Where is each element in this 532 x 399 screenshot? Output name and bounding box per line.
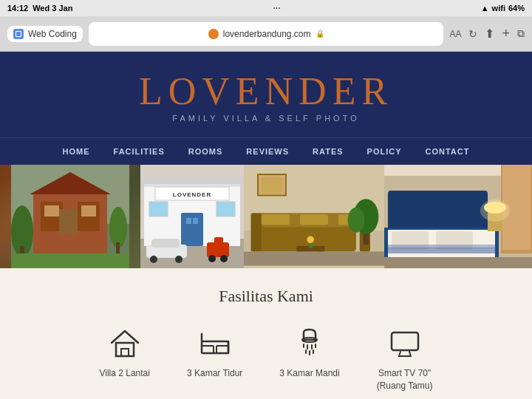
signal-icon: ▲ [481, 4, 489, 13]
photo-villa-exterior [0, 165, 140, 268]
hero-header: LOVENDER Family Villa & Self Photo [0, 52, 532, 137]
svg-point-31 [208, 255, 216, 262]
facility-tv-label: Smart TV 70" (Ruang Tamu) [377, 367, 433, 392]
nav-facilities[interactable]: FACILITIES [102, 138, 177, 165]
nav-reviews[interactable]: REVIEWS [234, 138, 301, 165]
site-logo: LOVENDER [15, 72, 517, 111]
svg-rect-64 [388, 245, 495, 248]
shower-icon [291, 324, 328, 361]
svg-rect-67 [384, 257, 532, 268]
svg-rect-37 [262, 177, 283, 193]
svg-rect-63 [388, 248, 495, 253]
photo-strip: LOVENDER [0, 165, 532, 268]
tabs-button[interactable]: ⧉ [517, 27, 525, 40]
svg-rect-73 [216, 346, 228, 353]
svg-rect-24 [149, 202, 168, 216]
url-bar[interactable]: lovenderbandung.com 🔒 [89, 22, 444, 46]
photo-lovender-sign: LOVENDER [140, 165, 244, 268]
svg-text:LOVENDER: LOVENDER [173, 191, 211, 198]
facility-bedroom-label: 3 Kamar Tidur [187, 367, 242, 380]
facilities-title: Fasilitas Kami [15, 287, 517, 306]
svg-rect-71 [202, 341, 228, 353]
battery-percent: 64% [508, 4, 525, 13]
website-content: LOVENDER Family Villa & Self Photo HOME … [0, 52, 532, 399]
status-left: 14:12 Wed 3 Jan [7, 4, 72, 13]
share-button[interactable]: ⬆ [485, 27, 494, 41]
svg-rect-70 [121, 349, 129, 356]
svg-rect-21 [181, 213, 203, 246]
site-tagline: Family Villa & Self Photo [15, 114, 517, 123]
house-icon [106, 324, 143, 361]
svg-rect-25 [216, 202, 235, 216]
photo-living-room [244, 165, 384, 268]
browser-chrome: Web Coding lovenderbandung.com 🔒 AA ↻ ⬆ … [0, 16, 532, 52]
svg-rect-22 [186, 218, 191, 224]
text-size-button[interactable]: AA [449, 29, 461, 39]
svg-rect-53 [244, 252, 384, 266]
facility-bathroom-label: 3 Kamar Mandi [279, 367, 339, 380]
status-time: 14:12 [7, 4, 28, 13]
bed-icon [197, 324, 233, 361]
svg-point-28 [150, 256, 157, 263]
browser-tab[interactable]: Web Coding [7, 26, 83, 42]
url-text: lovenderbandung.com [223, 29, 311, 39]
svg-rect-6 [44, 205, 59, 216]
svg-rect-43 [300, 214, 328, 225]
svg-rect-72 [202, 346, 214, 353]
status-day: Wed 3 Jan [33, 4, 72, 13]
svg-point-47 [348, 208, 365, 233]
status-bar: 14:12 Wed 3 Jan ··· ▲ wifi 64% [0, 0, 532, 16]
svg-rect-42 [262, 214, 290, 225]
status-right: ▲ wifi 64% [481, 4, 525, 13]
nav-contact[interactable]: CONTACT [414, 138, 482, 165]
svg-rect-7 [81, 205, 96, 216]
svg-point-11 [109, 207, 127, 248]
svg-point-52 [307, 236, 315, 244]
facilities-section: Fasilitas Kami Villa 2 Lantai [0, 268, 532, 399]
facility-bedroom: 3 Kamar Tidur [187, 324, 242, 380]
facilities-grid: Villa 2 Lantai 3 Kamar Tidur [15, 324, 517, 392]
svg-point-29 [175, 256, 183, 263]
svg-rect-33 [214, 237, 223, 245]
svg-rect-40 [251, 213, 262, 251]
lock-icon: 🔒 [316, 30, 324, 38]
browser-actions: AA ↻ ⬆ + ⧉ [449, 26, 525, 41]
nav-rooms[interactable]: ROOMS [177, 138, 235, 165]
add-tab-button[interactable]: + [502, 26, 510, 41]
facility-bathroom: 3 Kamar Mandi [279, 324, 339, 380]
svg-point-68 [480, 200, 510, 222]
photo-bedroom [384, 165, 532, 268]
tab-favicon [13, 29, 24, 39]
svg-rect-84 [392, 332, 418, 350]
svg-rect-13 [11, 253, 129, 268]
svg-rect-8 [59, 209, 78, 235]
url-favicon [208, 29, 219, 39]
svg-rect-27 [151, 239, 180, 248]
nav-home[interactable]: HOME [51, 138, 102, 165]
svg-rect-18 [140, 178, 244, 184]
wifi-icon: wifi [492, 4, 505, 13]
nav-rates[interactable]: RATES [301, 138, 355, 165]
facility-villa: Villa 2 Lantai [99, 324, 150, 380]
svg-rect-23 [193, 218, 198, 224]
facility-villa-label: Villa 2 Lantai [99, 367, 150, 380]
svg-point-32 [220, 255, 228, 262]
tv-icon [386, 324, 423, 361]
facility-tv: Smart TV 70" (Ruang Tamu) [377, 324, 433, 392]
tab-label: Web Coding [28, 29, 77, 39]
reload-button[interactable]: ↻ [468, 28, 477, 40]
nav-policy[interactable]: POLICY [355, 138, 414, 165]
main-navigation: HOME FACILITIES ROOMS REVIEWS RATES POLI… [0, 137, 532, 165]
